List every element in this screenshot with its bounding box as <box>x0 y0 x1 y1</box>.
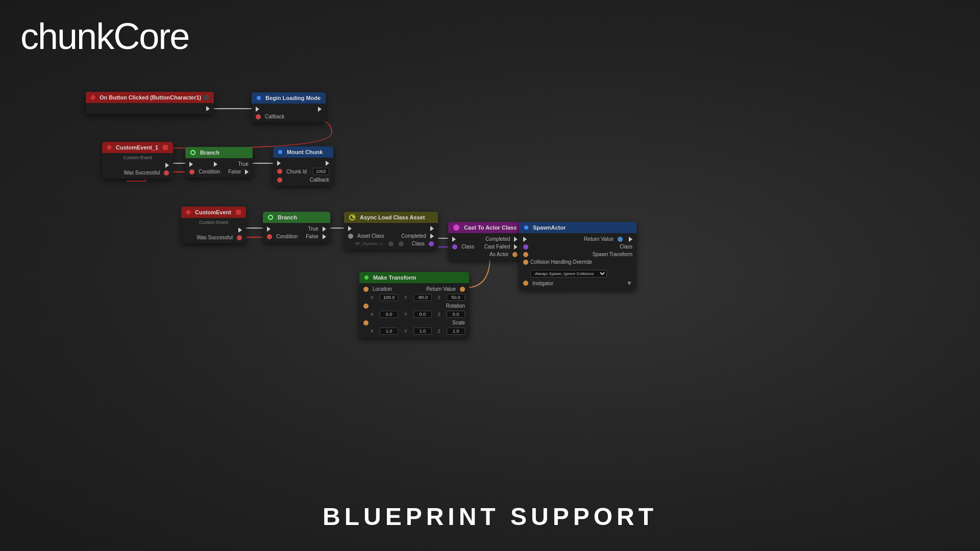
b1-false-label: False <box>228 169 240 174</box>
mt-loc-pin <box>363 287 369 292</box>
custom-event-2-node: CustomEvent Custom Event Was Successful <box>181 207 246 243</box>
cta-cast-failed-label: Cast Failed <box>484 244 510 249</box>
cast-to-actor-title: Cast To Actor Class <box>464 224 517 231</box>
al-settings2-pin <box>399 241 404 246</box>
b2-exec-out-true <box>323 227 326 232</box>
mt-scale-pin <box>363 320 369 325</box>
mc-exec-in <box>277 161 281 166</box>
custom-event-2-subtitle: Custom Event <box>185 220 242 225</box>
exec-out-pin <box>206 106 210 111</box>
custom-event-1-subtitle: Custom Event <box>106 155 169 160</box>
mt-rot-y-input[interactable] <box>413 311 432 318</box>
begin-loading-mode-header: Begin Loading Mode <box>252 92 326 104</box>
branch-2-body: True Condition False <box>263 223 330 242</box>
branch-1-node: Branch True Condition False <box>185 147 253 178</box>
mount-chunk-body: Chunk Id Callback <box>273 158 333 186</box>
b2-condition-pin <box>267 234 272 239</box>
async-load-header: Async Load Class Asset <box>344 212 438 223</box>
spawn-actor-header: SpawnActor <box>519 222 636 233</box>
b2-exec-in <box>267 227 271 232</box>
was-successful-pin <box>164 170 169 176</box>
exec-in <box>256 107 259 112</box>
mt-return-pin <box>460 287 465 292</box>
al-settings-pin <box>388 241 394 246</box>
al-class-pin <box>429 241 434 246</box>
mt-scale-label: Scale <box>452 320 465 325</box>
custom-event-1-body: Custom Event Was Successful <box>102 153 173 179</box>
on-button-clicked-body <box>86 103 214 114</box>
b1-true-label: True <box>238 161 249 167</box>
sa-return-pin <box>618 237 623 242</box>
mc-exec-out <box>326 161 329 166</box>
cast-to-actor-body: Completed Class Cast Failed As Actor <box>448 233 522 260</box>
custom-event-2-header: CustomEvent <box>181 207 246 218</box>
sa-collision-dropdown[interactable]: Always Spawn, Ignore Collisions <box>530 270 607 278</box>
mt-scale-z-input[interactable] <box>447 328 465 335</box>
mc-callback-pin <box>277 178 282 183</box>
b1-exec-out-true <box>214 162 217 167</box>
spawn-actor-title: SpawnActor <box>533 224 566 231</box>
mt-scale-x-label: X <box>371 329 374 334</box>
make-transform-header: Make Transform <box>359 272 469 283</box>
ce2-was-successful-label: Was Successful <box>197 235 233 240</box>
branch-2-node: Branch True Condition False <box>263 212 330 242</box>
cta-completed-label: Completed <box>485 236 510 242</box>
cta-class-label: Class <box>461 244 474 249</box>
chunk-id-input[interactable] <box>313 168 329 175</box>
chunk-id-pin <box>277 169 282 174</box>
make-transform-node: Make Transform Location Return Value X Y… <box>359 272 469 338</box>
was-successful-label: Was Successful <box>124 170 160 176</box>
mt-loc-z-input[interactable] <box>447 294 465 301</box>
chunk-id-label: Chunk Id <box>286 169 307 174</box>
al-asset-class-pin <box>348 234 353 239</box>
callback-pin <box>256 114 261 119</box>
async-load-body: Asset Class Completed BP_MyActor_C Class <box>344 223 438 249</box>
custom-event-1-header: CustomEvent_1 <box>102 142 173 153</box>
begin-loading-mode-title: Begin Loading Mode <box>265 95 321 101</box>
cta-completed-pin <box>514 237 518 242</box>
logo: chunkCore <box>20 15 189 57</box>
sa-return-label: Return Value <box>584 236 614 242</box>
on-button-clicked-header: On Button Clicked (ButtonCharacter1) <box>86 92 214 103</box>
spawn-actor-body: Return Value Class Spawn Transform Colli… <box>519 233 636 290</box>
mt-scale-y-input[interactable] <box>413 328 432 335</box>
sa-class-label: Class <box>620 244 632 249</box>
mount-chunk-header: Mount Chunk <box>273 146 333 158</box>
sa-expand-icon: ▼ <box>626 280 632 287</box>
b1-exec-in <box>189 162 193 167</box>
mt-scale-x-input[interactable] <box>380 328 398 335</box>
mt-rot-z-input[interactable] <box>447 311 465 318</box>
branch-2-title: Branch <box>278 214 297 220</box>
custom-event-1-title: CustomEvent_1 <box>116 144 158 151</box>
mt-loc-y-input[interactable] <box>413 294 432 301</box>
begin-loading-mode-body: Callback <box>252 104 326 122</box>
callback-label: Callback <box>265 114 284 119</box>
bottom-title: BLUEPRINT SUPPORT <box>323 503 657 531</box>
sa-collision-label: Collision Handling Override <box>530 259 592 265</box>
mt-loc-x-input[interactable] <box>380 294 398 301</box>
cta-class-pin <box>452 244 457 249</box>
custom-event-2-title: CustomEvent <box>195 209 231 215</box>
b2-false-label: False <box>306 234 318 239</box>
al-completed-label: Completed <box>401 233 426 239</box>
async-load-node: Async Load Class Asset Asset Class Compl… <box>344 212 438 249</box>
cast-to-actor-node: Cast To Actor Class Completed Class Cast… <box>448 222 522 260</box>
sa-exec-out <box>629 237 632 242</box>
branch-2-header: Branch <box>263 212 330 223</box>
mt-rot-y-label: Y <box>404 312 407 317</box>
cta-cast-failed-pin <box>514 244 518 249</box>
mt-loc-y-label: Y <box>404 295 407 300</box>
al-asset-class-val: BP_MyActor_C <box>355 241 383 246</box>
mount-chunk-title: Mount Chunk <box>287 149 323 155</box>
cast-to-actor-header: Cast To Actor Class <box>448 222 522 233</box>
mt-rot-x-input[interactable] <box>380 311 398 318</box>
b1-exec-out-false <box>245 169 249 174</box>
mount-chunk-node: Mount Chunk Chunk Id Callback <box>273 146 333 186</box>
ce2-was-successful-pin <box>237 235 242 240</box>
mt-loc-x-label: X <box>371 295 374 300</box>
spawn-actor-node: SpawnActor Return Value Class Spawn Tran… <box>519 222 636 290</box>
branch-1-body: True Condition False <box>185 158 253 178</box>
b2-exec-out-false <box>323 234 326 239</box>
mt-rot-pin <box>363 304 369 309</box>
cta-as-actor-label: As Actor <box>489 252 508 257</box>
